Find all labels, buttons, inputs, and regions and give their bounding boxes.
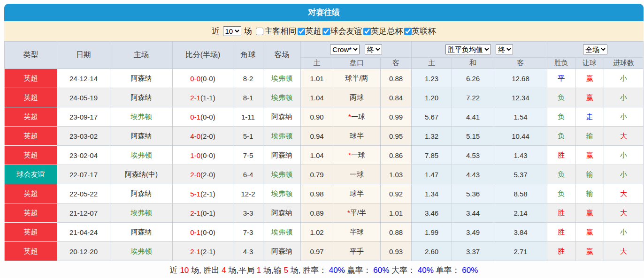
col-date: 日期 xyxy=(57,42,110,69)
corner-score: 3-3 xyxy=(233,203,263,223)
halftime-score: (2-0) xyxy=(200,171,215,179)
league-option[interactable]: 球会友谊 xyxy=(322,26,362,37)
fulltime-score: 2-0 xyxy=(190,171,200,179)
games-label: 场 xyxy=(244,26,252,37)
same-venue-label: 主客相同 xyxy=(265,26,297,37)
away-team: 阿森纳 xyxy=(263,242,301,261)
match-date: 20-12-20 xyxy=(57,242,110,261)
ah-home-odds: 1.01 xyxy=(301,69,333,88)
same-venue-option[interactable]: 主客相同 xyxy=(252,26,297,37)
eu-home-odds: 1.20 xyxy=(412,88,452,107)
scope-group-header: 全场 xyxy=(547,42,644,58)
league-label: 球会友谊 xyxy=(330,26,362,37)
ah-away-odds: 0.84 xyxy=(381,88,412,107)
summary-segment: 40% xyxy=(329,266,345,275)
league-checkbox[interactable] xyxy=(298,28,305,35)
eu-draw-odds: 4.41 xyxy=(452,107,494,127)
col-eu-away: 客 xyxy=(494,58,547,69)
match-date: 24-12-14 xyxy=(57,69,110,88)
goals-flag: 大 xyxy=(604,127,644,146)
match-date: 21-04-24 xyxy=(57,223,110,242)
score-cell: 0-0(0-0) xyxy=(173,69,233,88)
match-row: 英超22-05-22阿森纳5-1(2-1)12-2埃弗顿0.98球半0.921.… xyxy=(5,184,644,203)
eu-home-odds: 1.32 xyxy=(412,127,452,146)
league-checkbox[interactable] xyxy=(404,28,412,35)
ah-home-odds: 0.97 xyxy=(301,242,333,261)
handicap-result-flag: 输 xyxy=(575,165,604,184)
halftime-score: (0-1) xyxy=(200,209,215,217)
match-row: 英超20-12-20埃弗顿2-1(2-1)4-3阿森纳0.97平手0.932.6… xyxy=(5,242,644,261)
league-option[interactable]: 英联杯 xyxy=(403,26,436,37)
eu-away-odds: 1.54 xyxy=(494,107,547,127)
col-type: 类型 xyxy=(5,42,57,69)
score-cell: 0-1(0-0) xyxy=(173,223,233,242)
match-count-select[interactable]: 10 xyxy=(223,26,241,36)
away-team: 埃弗顿 xyxy=(263,127,301,146)
eu-draw-odds: 5.15 xyxy=(452,127,494,146)
summary-segment: 1 xyxy=(257,266,261,275)
halftime-score: (0-0) xyxy=(200,151,215,159)
score-cell: 5-1(2-1) xyxy=(173,184,233,203)
ah-line: 两球 xyxy=(333,88,381,107)
ah-away-odds: 0.99 xyxy=(381,107,412,127)
eu-draw-odds: 5.36 xyxy=(452,184,494,203)
goals-flag: 小 xyxy=(604,165,644,184)
match-row: 英超23-02-04埃弗顿1-0(0-0)7-5阿森纳1.04*一球0.867.… xyxy=(5,146,644,165)
home-team: 阿森纳 xyxy=(110,223,173,242)
match-type-badge: 英超 xyxy=(5,107,57,127)
match-type-badge: 英超 xyxy=(5,203,57,223)
home-team: 阿森纳 xyxy=(110,88,173,107)
eu-away-odds: 1.43 xyxy=(494,146,547,165)
away-team: 阿森纳 xyxy=(263,146,301,165)
halftime-score: (1-1) xyxy=(200,94,215,102)
match-row: 英超24-12-14阿森纳0-0(0-0)8-2埃弗顿1.01球半/两0.881… xyxy=(5,69,644,88)
ah-home-odds: 0.94 xyxy=(301,127,333,146)
summary-segment: 场,平局 xyxy=(226,266,257,275)
eu-draw-odds: 7.22 xyxy=(452,88,494,107)
halftime-score: (2-0) xyxy=(200,132,215,140)
summary-segment: 场, 胜出 xyxy=(189,266,222,275)
result-flag: 胜 xyxy=(547,203,575,223)
same-venue-checkbox[interactable] xyxy=(256,28,263,35)
away-team: 阿森纳 xyxy=(263,107,301,127)
away-team: 阿森纳 xyxy=(263,203,301,223)
league-option[interactable]: 英足总杯 xyxy=(362,26,403,37)
fulltime-score: 2-1 xyxy=(190,248,200,255)
filter-bar: 近 10 场 主客相同 英超球会友谊英足总杯英联杯 xyxy=(4,21,644,41)
ah-line-label: 一球 xyxy=(351,113,365,120)
ah-time-select[interactable]: 终 xyxy=(365,45,382,54)
league-label: 英足总杯 xyxy=(371,26,403,37)
result-flag: 胜 xyxy=(547,242,575,261)
ah-line: 球半/两 xyxy=(333,69,381,88)
league-checkbox[interactable] xyxy=(363,28,371,35)
eu-avg-select[interactable]: 胜平负均值 xyxy=(445,45,491,54)
col-score: 比分(半场) xyxy=(173,42,233,69)
league-option[interactable]: 英超 xyxy=(297,26,322,37)
ah-away-odds: 0.88 xyxy=(381,69,412,88)
handicap-result-flag: 赢 xyxy=(575,69,604,88)
score-cell: 2-0(2-0) xyxy=(173,165,233,184)
match-row: 英超21-12-07埃弗顿2-1(0-1)3-3阿森纳0.89*平/半1.013… xyxy=(5,203,644,223)
eu-time-select[interactable]: 终 xyxy=(496,45,513,54)
result-flag: 负 xyxy=(547,165,575,184)
ah-line: *一球 xyxy=(333,107,381,127)
scope-select[interactable]: 全场 xyxy=(583,45,607,54)
ah-line-label: 球半 xyxy=(350,132,364,140)
eu-home-odds: 5.67 xyxy=(412,107,452,127)
corner-score: 6-4 xyxy=(233,165,263,184)
ah-home-odds: 0.79 xyxy=(301,165,333,184)
eu-home-odds: 1.34 xyxy=(412,184,452,203)
home-team: 埃弗顿 xyxy=(110,242,173,261)
eu-away-odds: 12.34 xyxy=(494,88,547,107)
summary-segment: 场,输 xyxy=(261,266,284,275)
result-flag: 负 xyxy=(547,184,575,203)
col-ah-line: 盘口 xyxy=(333,58,381,69)
league-checkbox[interactable] xyxy=(322,28,330,35)
bookmaker-select[interactable]: Crow* xyxy=(330,45,360,54)
halftime-score: (0-0) xyxy=(200,228,215,236)
score-cell: 2-1(1-1) xyxy=(173,88,233,107)
col-result: 胜负 xyxy=(547,58,575,69)
summary-segment: 60% xyxy=(462,266,478,275)
corner-score: 12-2 xyxy=(233,184,263,203)
h2h-table: 类型 日期 主场 比分(半场) 角球 客场 Crow* 终 胜平负均值 终 全场 xyxy=(4,41,644,261)
